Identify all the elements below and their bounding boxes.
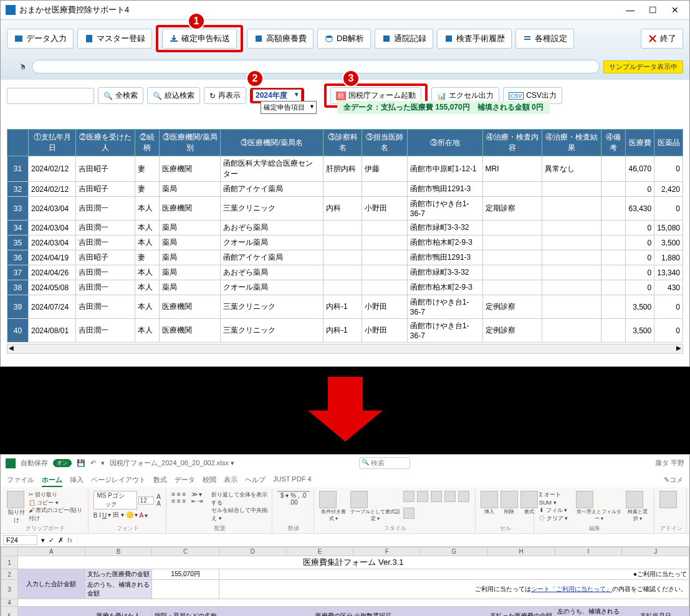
- addin-icon[interactable]: [659, 491, 677, 508]
- excel-tab[interactable]: ホーム: [42, 474, 62, 487]
- excel-titlebar: 自動保存 オン 💾 ↶ ▾ 国税庁フォーム_2024_08_20_002.xls…: [1, 455, 689, 471]
- table-format-icon[interactable]: [350, 491, 368, 508]
- table-row: 352024/03/04吉田潤一本人薬局クオール薬局函館市柏木町2-9-303,…: [7, 235, 683, 250]
- tsuin-button[interactable]: 通院記録: [375, 29, 433, 49]
- table-row: 362024/04/19吉田昭子妻薬局函館アイケイ薬局函館市鴨田1291-301…: [7, 250, 683, 265]
- clipboard-group: 貼り付け ✂ 切り取り 📋 コピー ▾ 🖌 書式のコピー/貼り付け クリップボー…: [3, 490, 89, 533]
- excel-tab[interactable]: JUST PDF 4: [273, 474, 312, 487]
- sort-filter-icon[interactable]: [576, 491, 593, 508]
- excel-tab[interactable]: 挿入: [70, 474, 84, 487]
- settings-button[interactable]: 各種設定: [515, 29, 574, 49]
- excel-tab[interactable]: ページレイアウト: [91, 474, 146, 487]
- app-icon: [6, 5, 16, 15]
- search-input[interactable]: [7, 88, 94, 104]
- annotation-badge-2: 2: [246, 70, 264, 87]
- cond-format-icon[interactable]: [319, 491, 337, 508]
- find-select-icon[interactable]: [626, 491, 643, 508]
- formula-input[interactable]: [77, 535, 687, 545]
- filter-search-button[interactable]: 🔍 絞込検索: [147, 87, 200, 104]
- horizontal-scrollbar[interactable]: [7, 344, 683, 354]
- kakutei-item-select[interactable]: 確定申告項目: [261, 101, 317, 114]
- excel-icon: [6, 458, 16, 468]
- excel-tab[interactable]: ファイル: [7, 474, 34, 487]
- svg-rect-4: [383, 36, 390, 42]
- kakutei-button[interactable]: 確定申告転送: [162, 29, 237, 49]
- grid-area: ①支払年月日②医療を受けた人②続柄③医療機関/薬局別③医療機関/薬局名③診察科名…: [1, 126, 689, 366]
- mouse-icon: 🖱: [19, 62, 28, 71]
- table-row: 382024/05/08吉田潤一本人薬局クオール薬局函館市柏木町2-9-3043…: [7, 280, 683, 295]
- year-select[interactable]: 2024年度: [252, 89, 302, 102]
- autosum-button[interactable]: Σ オートSUM ▾: [539, 491, 572, 506]
- format-painter-button[interactable]: 🖌 書式のコピー/貼り付け: [29, 506, 84, 522]
- excel-ribbon-tabs: ファイルホーム挿入ページレイアウト数式データ校閲表示ヘルプJUST PDF 4✎…: [1, 471, 689, 487]
- excel-tab[interactable]: 表示: [224, 474, 237, 487]
- table-row: 342024/03/04吉田潤一本人薬局あおぞら薬局函館市緑町3-3-32015…: [7, 220, 683, 235]
- svg-rect-7: [524, 39, 530, 40]
- window-min-button[interactable]: —: [621, 3, 640, 17]
- excel-tab[interactable]: 数式: [153, 474, 167, 487]
- total-line: 全データ：支払った医療費 155,070円 補填される金額 0円: [337, 101, 550, 114]
- svg-rect-2: [256, 36, 262, 42]
- align-group: ≡ ≡ ≡ ≫ ▾ ≡ ≡ ≡ ⇤ ⇥ 折り返して全体を表示する セルを結合して…: [168, 490, 272, 533]
- autosave-label: 自動保存: [21, 458, 48, 468]
- data-grid[interactable]: ①支払年月日②医療を受けた人②続柄③医療機関/薬局別③医療機関/薬局名③診察科名…: [7, 129, 683, 343]
- cut-button[interactable]: ✂ 切り取り: [29, 491, 84, 499]
- table-row: 392024/07/24吉田潤一本人医療機関三葉クリニック内科-1小野田函館市け…: [7, 295, 683, 319]
- fontsize-select[interactable]: 12: [138, 496, 154, 505]
- svg-rect-0: [15, 36, 22, 42]
- long-input[interactable]: [32, 60, 600, 73]
- table-row: 332024/03/04吉田潤一本人医療機関三葉クリニック内科小野田函館市けやき…: [7, 197, 683, 220]
- fill-button[interactable]: ⬇ フィル ▾: [539, 506, 572, 514]
- insert-icon[interactable]: [481, 491, 498, 508]
- excel-search-input[interactable]: 検索: [359, 457, 410, 469]
- kogaku-button[interactable]: 高額療養費: [247, 29, 314, 49]
- data-input-button[interactable]: データ入力: [7, 29, 74, 49]
- master-button[interactable]: マスター登録: [77, 29, 152, 49]
- exit-button[interactable]: 終了: [641, 29, 683, 49]
- titlebar: おまかせ医療費控除サポート4 — ☐ ✕: [1, 1, 689, 20]
- window-close-button[interactable]: ✕: [666, 3, 684, 17]
- fx-label: fx: [67, 536, 73, 544]
- all-search-button[interactable]: 🔍 全検索: [98, 87, 143, 104]
- excel-window: 自動保存 オン 💾 ↶ ▾ 国税庁フォーム_2024_08_20_002.xls…: [0, 454, 690, 616]
- window-max-button[interactable]: ☐: [643, 3, 662, 17]
- cell-reference[interactable]: F24: [3, 535, 37, 545]
- excel-tab[interactable]: 校閲: [203, 474, 216, 487]
- form-title: 医療費集計フォーム Ver.3.1: [17, 556, 689, 569]
- cells-group: 挿入 削除 書式 セル: [477, 490, 534, 533]
- redisplay-button[interactable]: ↻ 再表示: [204, 87, 246, 104]
- excel-ribbon: 貼り付け ✂ 切り取り 📋 コピー ▾ 🖌 書式のコピー/貼り付け クリップボー…: [1, 487, 689, 534]
- editing-group: Σ オートSUM ▾ ⬇ フィル ▾ ◇ クリア ▾ 並べ替えとフィルター ▾ …: [535, 490, 654, 533]
- delete-icon[interactable]: [501, 491, 518, 508]
- number-group: $ ▾ % , .0 .00 数値: [274, 490, 314, 533]
- excel-tab[interactable]: ヘルプ: [245, 474, 266, 487]
- save-icon[interactable]: 💾: [77, 459, 85, 467]
- undo-icon[interactable]: ↶: [90, 459, 96, 467]
- kensa-button[interactable]: 検査手術履歴: [437, 29, 512, 49]
- table-row: 322024/02/12吉田昭子妻薬局函館アイケイ薬局函館市鴨田1291-302…: [7, 182, 683, 197]
- db-button[interactable]: DB解析: [317, 29, 371, 49]
- excel-filename[interactable]: 国税庁フォーム_2024_08_20_002.xlsx ▾: [110, 458, 234, 468]
- table-row: 402024/08/01吉田潤一本人医療機関三葉クリニック内科-1小野田函館市け…: [7, 319, 683, 343]
- sheet-area[interactable]: ABCDEFGHIJ 1医療費集計フォーム Ver.3.1 2 入力した合計金額…: [1, 547, 689, 616]
- table-row: 372024/04/26吉田潤一本人薬局あおぞら薬局函館市緑町3-3-32013…: [7, 265, 683, 280]
- excel-tab[interactable]: データ: [175, 474, 195, 487]
- wrap-text-button[interactable]: 折り返して全体を表示する: [211, 491, 272, 506]
- copy-button[interactable]: 📋 コピー ▾: [29, 499, 84, 507]
- font-select[interactable]: MS Pゴシック: [93, 491, 137, 509]
- comment-button[interactable]: ✎コメ: [664, 474, 683, 487]
- usage-sheet-link[interactable]: シート「ご利用に当たって」: [531, 585, 612, 592]
- svg-rect-1: [86, 35, 92, 42]
- formula-bar: F24 ▾✓✗ fx: [1, 534, 689, 547]
- autosave-toggle[interactable]: オン: [53, 459, 72, 467]
- clear-button[interactable]: ◇ クリア ▾: [539, 514, 572, 523]
- app-title: おまかせ医療費控除サポート4: [19, 4, 129, 16]
- svg-rect-5: [446, 36, 452, 42]
- annotation-badge-1: 1: [188, 12, 205, 30]
- paste-icon[interactable]: [7, 491, 24, 508]
- merge-center-button[interactable]: セルを結合して中央揃え ▾: [211, 506, 272, 522]
- svg-rect-6: [524, 36, 530, 37]
- filter-bar: 🔍 全検索 🔍 絞込検索 ↻ 再表示 2 2024年度 確定申告項目 3 税 国…: [1, 80, 689, 126]
- sample-data-badge: サンプルデータ表示中: [603, 60, 683, 73]
- excel-user[interactable]: 康タ 平野: [655, 458, 684, 468]
